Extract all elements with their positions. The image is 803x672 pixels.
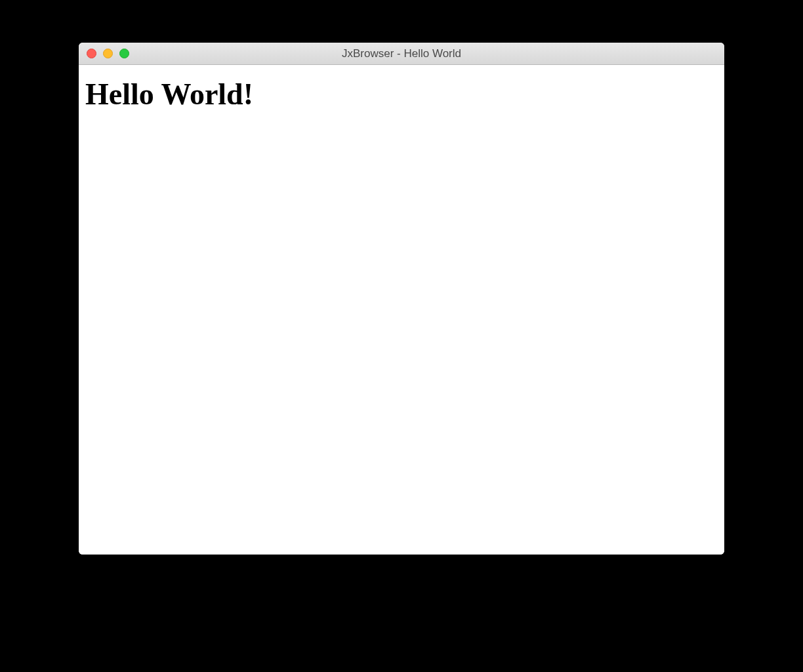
maximize-icon[interactable] (119, 49, 129, 58)
close-icon[interactable] (87, 49, 96, 58)
titlebar: JxBrowser - Hello World (79, 43, 724, 65)
application-window: JxBrowser - Hello World Hello World! (79, 43, 724, 555)
page-heading: Hello World! (85, 77, 718, 112)
minimize-icon[interactable] (103, 49, 113, 58)
traffic-lights (79, 49, 129, 58)
browser-content: Hello World! (79, 65, 724, 555)
window-title: JxBrowser - Hello World (79, 47, 724, 60)
